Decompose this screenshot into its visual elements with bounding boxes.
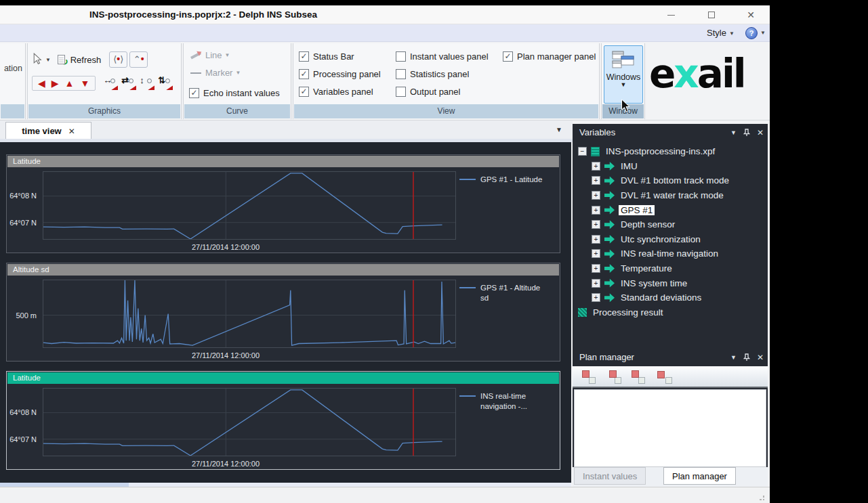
select-tool-button[interactable]	[32, 53, 43, 67]
document-icon	[58, 55, 65, 64]
expand-icon[interactable]: +	[592, 235, 600, 244]
expand-icon[interactable]: +	[592, 220, 600, 229]
pan-up-button[interactable]: ▲	[65, 78, 75, 89]
chart-latitude-ins[interactable]: Latitude 64°08 N64°07 N 27/11/2014 12:00…	[6, 371, 560, 470]
expand-icon[interactable]: +	[592, 249, 600, 258]
expand-icon[interactable]: +	[592, 293, 600, 302]
chart-title-bar[interactable]: Latitude	[7, 372, 559, 384]
tab-close-icon[interactable]: ✕	[68, 127, 75, 136]
tree-item-ins-system-time[interactable]: +INS system time	[573, 276, 768, 290]
bottom-tab-instant-values[interactable]: Instant values	[574, 467, 646, 485]
pan-right-button[interactable]: ▶	[51, 78, 59, 89]
ribbon-group-graphics: ▼ ↻ Refresh ⟨•⟩ ⌃• ◀▶▲▼ ↔ ⇄ ↕ ⇅ Grap	[27, 43, 182, 119]
data-series-line	[43, 390, 442, 456]
plan-toolbar-button-4[interactable]	[657, 370, 672, 384]
pan-down-button[interactable]: ▼	[80, 78, 89, 89]
windows-button[interactable]: Windows ▼	[604, 45, 643, 104]
zoom-selection-button[interactable]: ⟨•⟩	[109, 51, 127, 68]
panel-menu-chevron-icon[interactable]: ▼	[730, 124, 737, 141]
legend-label: INS real-timenavigation -...	[480, 391, 560, 412]
expand-icon[interactable]: +	[592, 162, 600, 171]
arrow-icon	[604, 161, 615, 171]
tree-item-ins-real-time-navigation[interactable]: +INS real-time navigation	[573, 246, 768, 261]
chart-altitude-sd[interactable]: Altitude sd 500 m 27/11/2014 12:00:00 GP…	[6, 263, 560, 362]
tree-item-label: IMU	[619, 161, 640, 171]
view-checkbox-plan-manager-panel[interactable]: ✓Plan manager panel	[503, 47, 611, 65]
panel-close-icon[interactable]: ✕	[757, 349, 764, 366]
view-checkbox-output-panel[interactable]: ✓Output panel	[396, 83, 503, 100]
plan-manager-body[interactable]	[574, 389, 766, 467]
y-axis: 64°08 N64°07 N	[7, 171, 40, 240]
resize-grip[interactable]	[758, 494, 764, 500]
select-tool-chevron-icon[interactable]: ▼	[45, 57, 51, 63]
line-dropdown[interactable]: Line▼	[190, 50, 230, 60]
view-checkbox-instant-values-panel[interactable]: ✓Instant values panel	[396, 47, 503, 65]
view-checkbox-statistics-panel[interactable]: ✓Statistics panel	[396, 65, 503, 83]
panel-menu-chevron-icon[interactable]: ▼	[730, 349, 737, 366]
tree-item-ins-postprocessing-ins-xpf[interactable]: −INS-postprocessing-ins.xpf	[573, 144, 768, 159]
help-button[interactable]: ?	[745, 27, 758, 39]
chart-latitude-gps[interactable]: Latitude 64°08 N64°07 N 27/11/2014 12:00…	[6, 154, 560, 253]
collapse-icon[interactable]: −	[578, 147, 587, 156]
chevron-down-icon: ▼	[729, 30, 735, 37]
tree-item-standard-deviations[interactable]: +Standard deviations	[573, 290, 768, 305]
checkbox-label: Instant values panel	[410, 51, 489, 62]
refresh-button[interactable]: ↻ Refresh	[58, 53, 101, 66]
sidebar-bottom-tabs: Instant valuesPlan manager	[573, 467, 768, 487]
y-axis: 500 m	[7, 280, 40, 348]
view-checkbox-processing-panel[interactable]: ✓Processing panel	[299, 65, 396, 83]
y-axis-tick: 64°07 N	[9, 435, 37, 443]
tree-item-depth-sensor[interactable]: +Depth sensor	[573, 217, 768, 232]
zoom-x-out-button[interactable]: ↔	[102, 76, 119, 91]
chart-title-bar[interactable]: Altitude sd	[7, 264, 559, 276]
close-button[interactable]: ✕	[739, 5, 762, 24]
zoom-x-in-button[interactable]: ⇄	[121, 76, 138, 91]
style-menu[interactable]: Style▼	[707, 24, 735, 42]
partial-group-text: ation	[4, 64, 22, 73]
pan-left-button[interactable]: ◀	[38, 78, 45, 89]
plan-toolbar-button-1[interactable]	[581, 370, 596, 384]
tree-item-processing-result[interactable]: Processing result	[573, 305, 768, 320]
tab-list-chevron-icon[interactable]: ▼	[556, 126, 562, 133]
plot-area[interactable]	[43, 280, 456, 348]
tree-item-dvl-1-bottom-track-mode[interactable]: +DVL #1 bottom track mode	[573, 173, 768, 188]
ribbon-group-partial: ation	[0, 43, 26, 119]
arrow-icon	[604, 278, 615, 288]
marker-dropdown[interactable]: Marker▼	[190, 68, 241, 78]
plot-area[interactable]	[43, 388, 456, 456]
tab-time-view[interactable]: time view✕	[5, 122, 91, 139]
view-checkbox-status-bar[interactable]: ✓Status Bar	[299, 47, 396, 65]
tree-item-gps-1[interactable]: +GPS #1	[573, 202, 768, 217]
bottom-tab-plan-manager[interactable]: Plan manager	[663, 467, 736, 485]
help-chevron-icon[interactable]: ▼	[760, 30, 766, 36]
view-checkbox-variables-panel[interactable]: ✓Variables panel	[299, 83, 396, 100]
pin-icon[interactable]	[743, 129, 750, 137]
echo-instant-values-checkbox[interactable]: ✓ Echo instant values	[189, 84, 280, 102]
pin-icon[interactable]	[743, 353, 750, 362]
legend-line-sample	[459, 287, 476, 288]
expand-icon[interactable]: +	[592, 206, 600, 215]
tree-item-temperature[interactable]: +Temperature	[573, 261, 768, 276]
tree-item-dvl-1-water-track-mode[interactable]: +DVL #1 water track mode	[573, 188, 768, 203]
maximize-button[interactable]	[700, 5, 723, 24]
panel-close-icon[interactable]: ✕	[757, 124, 764, 141]
chart-title-bar[interactable]: Latitude	[7, 156, 559, 167]
minimize-button[interactable]	[659, 5, 682, 24]
expand-icon[interactable]: +	[592, 279, 600, 288]
expand-icon[interactable]: +	[592, 191, 600, 200]
arrow-icon	[604, 176, 615, 185]
tree-item-imu[interactable]: +IMU	[573, 159, 768, 174]
tree-item-label: Utc synchronization	[619, 234, 703, 244]
plan-toolbar-button-2[interactable]	[606, 370, 621, 384]
plot-area[interactable]	[43, 171, 456, 240]
checkbox-label: Variables panel	[313, 87, 373, 97]
expand-icon[interactable]: +	[592, 264, 600, 273]
maximize-icon	[708, 12, 715, 18]
zoom-extents-button[interactable]: ⌃•	[129, 51, 148, 68]
plan-toolbar-button-3[interactable]	[632, 370, 646, 384]
y-axis: 64°08 N64°07 N	[7, 388, 40, 456]
expand-icon[interactable]: +	[592, 176, 600, 185]
zoom-y-out-button[interactable]: ↕	[139, 76, 156, 91]
zoom-y-in-button[interactable]: ⇅	[157, 76, 174, 91]
tree-item-utc-synchronization[interactable]: +Utc synchronization	[573, 232, 768, 247]
